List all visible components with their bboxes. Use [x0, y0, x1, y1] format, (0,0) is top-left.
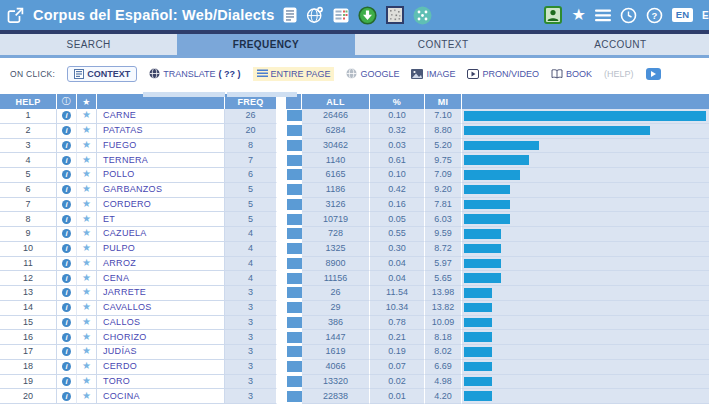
info-icon[interactable]: i: [62, 288, 71, 297]
freq-cell[interactable]: 5: [225, 183, 277, 198]
favorites-star-icon[interactable]: ★: [571, 7, 585, 23]
star-cell[interactable]: ★: [77, 168, 97, 183]
star-cell[interactable]: ★: [77, 183, 97, 198]
info-cell[interactable]: i: [57, 330, 77, 345]
info-cell[interactable]: i: [57, 257, 77, 272]
star-cell[interactable]: ★: [77, 301, 97, 316]
freq-cell[interactable]: 4: [225, 227, 277, 242]
tab-context[interactable]: CONTEXT: [355, 34, 532, 55]
info-icon[interactable]: i: [62, 362, 71, 371]
header-help[interactable]: HELP: [0, 94, 57, 109]
star-icon[interactable]: ★: [82, 242, 91, 253]
word-link[interactable]: CAVALLOS: [97, 301, 225, 316]
freq-cell[interactable]: 7: [225, 153, 277, 168]
star-icon[interactable]: ★: [82, 360, 91, 371]
freq-cell[interactable]: 3: [225, 301, 277, 316]
star-cell[interactable]: ★: [77, 109, 97, 124]
context-square-icon[interactable]: [287, 110, 302, 121]
freq-cell[interactable]: 8: [225, 139, 277, 154]
word-link[interactable]: FUEGO: [97, 139, 225, 154]
star-cell[interactable]: ★: [77, 316, 97, 331]
context-square-cell[interactable]: [286, 139, 302, 154]
info-cell[interactable]: i: [57, 375, 77, 390]
freq-cell[interactable]: 3: [225, 286, 277, 301]
document-icon[interactable]: [283, 7, 297, 23]
context-square-icon[interactable]: [287, 140, 302, 151]
context-square-icon[interactable]: [287, 228, 302, 239]
info-icon[interactable]: i: [62, 126, 71, 135]
external-link-icon[interactable]: [7, 7, 24, 24]
context-square-cell[interactable]: [286, 153, 302, 168]
context-square-cell[interactable]: [286, 183, 302, 198]
info-icon[interactable]: i: [62, 185, 71, 194]
context-square-cell[interactable]: [286, 198, 302, 213]
word-list-grid-icon[interactable]: [333, 8, 349, 23]
star-cell[interactable]: ★: [77, 360, 97, 375]
word-link[interactable]: CORDERO: [97, 198, 225, 213]
header-pct[interactable]: %: [370, 94, 425, 109]
freq-cell[interactable]: 3: [225, 316, 277, 331]
word-link[interactable]: COCINA: [97, 389, 225, 404]
context-square-icon[interactable]: [287, 302, 302, 313]
star-cell[interactable]: ★: [77, 139, 97, 154]
onclick-pron-video-button[interactable]: PRON/VIDEO: [467, 69, 539, 79]
language-badge-es-clipped[interactable]: ES: [702, 10, 709, 21]
onclick-help-label[interactable]: (HELP): [604, 69, 634, 79]
download-icon[interactable]: [358, 6, 377, 25]
star-cell[interactable]: ★: [77, 153, 97, 168]
word-link[interactable]: PULPO: [97, 242, 225, 257]
freq-cell[interactable]: 5: [225, 212, 277, 227]
context-square-cell[interactable]: [286, 345, 302, 360]
star-icon[interactable]: ★: [82, 316, 91, 327]
star-cell[interactable]: ★: [77, 389, 97, 404]
star-icon[interactable]: ★: [82, 213, 91, 224]
info-cell[interactable]: i: [57, 198, 77, 213]
header-all[interactable]: ALL: [302, 94, 370, 109]
info-icon[interactable]: i: [62, 259, 71, 268]
info-cell[interactable]: i: [57, 168, 77, 183]
tab-frequency[interactable]: FREQUENCY: [177, 34, 354, 55]
freq-cell[interactable]: 20: [225, 124, 277, 139]
info-cell[interactable]: i: [57, 183, 77, 198]
info-cell[interactable]: i: [57, 242, 77, 257]
context-square-cell[interactable]: [286, 227, 302, 242]
star-icon[interactable]: ★: [82, 168, 91, 179]
word-link[interactable]: JARRETE: [97, 286, 225, 301]
info-icon[interactable]: i: [62, 215, 71, 224]
info-icon[interactable]: i: [62, 156, 71, 165]
onclick-google-button[interactable]: GOOGLE: [346, 68, 399, 79]
context-square-icon[interactable]: [287, 287, 302, 298]
word-link[interactable]: CHORIZO: [97, 330, 225, 345]
word-link[interactable]: JUDÍAS: [97, 345, 225, 360]
word-link[interactable]: ET: [97, 212, 225, 227]
info-cell[interactable]: i: [57, 301, 77, 316]
info-icon[interactable]: i: [62, 318, 71, 327]
context-square-icon[interactable]: [287, 332, 302, 343]
context-square-cell[interactable]: [286, 316, 302, 331]
star-icon[interactable]: ★: [82, 272, 91, 283]
word-link[interactable]: PATATAS: [97, 124, 225, 139]
info-icon[interactable]: i: [62, 303, 71, 312]
freq-cell[interactable]: 5: [225, 198, 277, 213]
star-icon[interactable]: ★: [82, 345, 91, 356]
star-cell[interactable]: ★: [77, 242, 97, 257]
context-square-icon[interactable]: [287, 199, 302, 210]
globe-pin-icon[interactable]: [306, 6, 324, 24]
info-cell[interactable]: i: [57, 153, 77, 168]
context-square-cell[interactable]: [286, 301, 302, 316]
star-icon[interactable]: ★: [82, 154, 91, 165]
word-link[interactable]: CAZUELA: [97, 227, 225, 242]
info-icon[interactable]: i: [62, 244, 71, 253]
star-cell[interactable]: ★: [77, 345, 97, 360]
context-square-icon[interactable]: [287, 273, 302, 284]
context-square-icon[interactable]: [287, 214, 302, 225]
word-link[interactable]: CENA: [97, 271, 225, 286]
language-badge-en[interactable]: EN: [672, 8, 693, 22]
random-dice-icon[interactable]: [413, 6, 432, 25]
info-cell[interactable]: i: [57, 389, 77, 404]
context-square-icon[interactable]: [287, 125, 302, 136]
context-square-icon[interactable]: [287, 169, 302, 180]
star-icon[interactable]: ★: [82, 139, 91, 150]
star-icon[interactable]: ★: [82, 109, 91, 120]
info-icon[interactable]: i: [62, 333, 71, 342]
